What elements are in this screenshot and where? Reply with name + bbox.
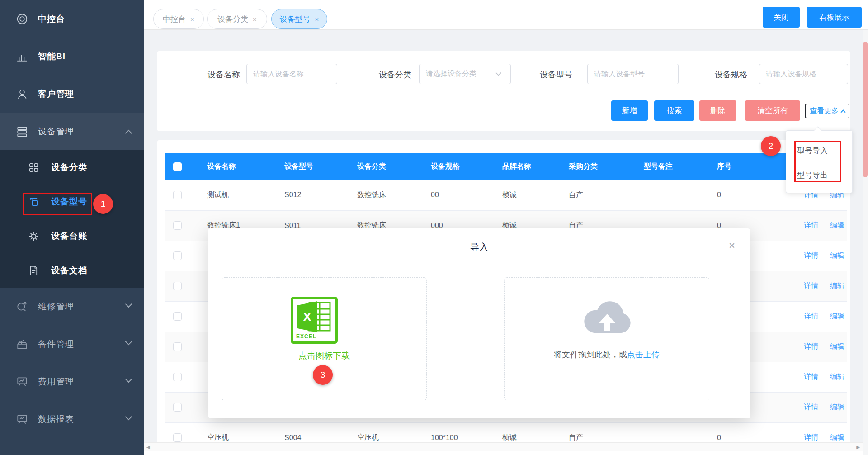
filter-card: 设备名称 设备分类 请选择设备分类 设备型号 设备规格 新增 搜索 删除 清空所… bbox=[157, 51, 850, 131]
search-button[interactable]: 搜索 bbox=[654, 100, 694, 121]
top-bar: 中控台 × 设备分类 × 设备型号 × 关闭 看板展示 bbox=[144, 0, 868, 30]
row-checkbox-cell bbox=[165, 271, 198, 301]
edit-link[interactable]: 编辑 bbox=[830, 342, 844, 350]
presentation-chart-icon bbox=[16, 413, 28, 425]
sidebar-item-customers[interactable]: 客户管理 bbox=[0, 75, 144, 113]
magnifier-gear-icon bbox=[16, 301, 28, 313]
sidebar-item-label: 中控台 bbox=[38, 13, 65, 25]
row-checkbox-cell bbox=[165, 241, 198, 271]
upload-dropzone[interactable]: 将文件拖到此处，或点击上传 bbox=[504, 277, 709, 400]
sidebar-item-equipment-ledger[interactable]: 设备台账 bbox=[0, 219, 144, 253]
detail-link[interactable]: 详情 bbox=[804, 373, 818, 380]
row-checkbox[interactable] bbox=[173, 433, 182, 442]
tab-equipment-category[interactable]: 设备分类 × bbox=[207, 9, 267, 29]
detail-link[interactable]: 详情 bbox=[804, 433, 818, 441]
modal-title: 导入 bbox=[208, 241, 750, 253]
row-checkbox-cell bbox=[165, 180, 198, 210]
edit-link[interactable]: 编辑 bbox=[830, 403, 844, 411]
row-checkbox-cell bbox=[165, 301, 198, 332]
drop-hint-text: 将文件拖到此处，或 bbox=[554, 350, 627, 359]
row-checkbox[interactable] bbox=[173, 191, 182, 199]
row-checkbox[interactable] bbox=[173, 403, 182, 412]
equipment-spec-input[interactable] bbox=[759, 64, 848, 84]
detail-link[interactable]: 详情 bbox=[804, 403, 818, 411]
tab-console[interactable]: 中控台 × bbox=[153, 9, 204, 29]
tab-close-icon[interactable]: × bbox=[190, 15, 194, 23]
table-row: 测试机S012数控铣床00桢诚自产0详情编辑 bbox=[165, 180, 847, 210]
tab-close-icon[interactable]: × bbox=[315, 15, 319, 23]
delete-button[interactable]: 删除 bbox=[699, 100, 736, 121]
sidebar-item-label: 备件管理 bbox=[38, 338, 74, 350]
column-header: 型号备注 bbox=[635, 153, 708, 180]
row-checkbox[interactable] bbox=[173, 251, 182, 260]
row-checkbox[interactable] bbox=[173, 282, 182, 290]
equipment-category-select[interactable]: 请选择设备分类 bbox=[419, 64, 511, 84]
scroll-right-arrow[interactable]: ▶ bbox=[856, 445, 860, 450]
tab-close-icon[interactable]: × bbox=[253, 15, 257, 23]
sidebar-item-expense[interactable]: 费用管理 bbox=[0, 363, 144, 400]
grid-icon bbox=[28, 162, 39, 173]
view-more-link[interactable]: 查看更多 bbox=[805, 104, 849, 118]
select-all-checkbox[interactable] bbox=[173, 162, 182, 171]
menu-item-model-export[interactable]: 型号导出 bbox=[786, 164, 853, 187]
vertical-scrollbar[interactable] bbox=[863, 30, 868, 455]
add-button[interactable]: 新增 bbox=[611, 100, 648, 121]
row-checkbox[interactable] bbox=[173, 221, 182, 230]
sidebar-item-label: 设备文档 bbox=[51, 265, 87, 276]
menu-item-model-import[interactable]: 型号导入 bbox=[786, 140, 853, 162]
import-modal: 导入 × X EXCEL 点击图标下载 将文件拖到此处，或点击上传 bbox=[208, 228, 750, 418]
sidebar-item-equipment-docs[interactable]: 设备文档 bbox=[0, 253, 144, 288]
edit-link[interactable]: 编辑 bbox=[830, 221, 844, 229]
row-checkbox[interactable] bbox=[173, 342, 182, 351]
clear-all-button[interactable]: 清空所有 bbox=[745, 100, 800, 121]
detail-link[interactable]: 详情 bbox=[804, 221, 818, 229]
board-display-button[interactable]: 看板展示 bbox=[807, 7, 862, 28]
edit-link[interactable]: 编辑 bbox=[830, 282, 844, 289]
modal-close-icon[interactable]: × bbox=[729, 240, 735, 251]
sidebar-item-spares[interactable]: 备件管理 bbox=[0, 325, 144, 363]
gear-icon bbox=[28, 231, 39, 242]
cell-remark bbox=[635, 180, 708, 210]
sidebar-item-equipment-category[interactable]: 设备分类 bbox=[0, 150, 144, 185]
sidebar-item-equipment[interactable]: 设备管理 bbox=[0, 113, 144, 150]
detail-link[interactable]: 详情 bbox=[804, 342, 818, 350]
row-checkbox[interactable] bbox=[173, 373, 182, 381]
edit-link[interactable]: 编辑 bbox=[830, 251, 844, 259]
annotation-badge-1: 1 bbox=[93, 194, 113, 214]
excel-download-icon[interactable]: X EXCEL bbox=[291, 297, 338, 344]
row-checkbox-cell bbox=[165, 362, 198, 392]
edit-link[interactable]: 编辑 bbox=[830, 433, 844, 441]
download-hint[interactable]: 点击图标下载 bbox=[222, 350, 426, 362]
horizontal-scrollbar[interactable]: ◀ ▶ bbox=[144, 442, 863, 451]
sidebar-item-equipment-model[interactable]: 设备型号 bbox=[0, 185, 144, 219]
scroll-left-arrow[interactable]: ◀ bbox=[146, 445, 150, 450]
sidebar: 中控台 智能BI 客户管理 设备管理 bbox=[0, 0, 144, 455]
sidebar-item-bi[interactable]: 智能BI bbox=[0, 38, 144, 75]
cell-model: S012 bbox=[276, 180, 349, 210]
detail-link[interactable]: 详情 bbox=[804, 312, 818, 320]
equipment-name-input[interactable] bbox=[246, 64, 337, 84]
cell-purchase: 自产 bbox=[560, 180, 635, 210]
equipment-model-input[interactable] bbox=[587, 64, 679, 84]
tab-label: 中控台 bbox=[163, 14, 186, 24]
vertical-scrollbar-thumb[interactable] bbox=[863, 42, 868, 177]
sidebar-item-label: 设备管理 bbox=[38, 126, 74, 137]
cell-category: 数控铣床 bbox=[349, 180, 422, 210]
sidebar-item-repair[interactable]: 维修管理 bbox=[0, 288, 144, 325]
click-upload-link[interactable]: 点击上传 bbox=[627, 350, 660, 359]
detail-link[interactable]: 详情 bbox=[804, 282, 818, 289]
tab-equipment-model[interactable]: 设备型号 × bbox=[271, 9, 327, 29]
detail-link[interactable]: 详情 bbox=[804, 251, 818, 259]
cell-seq: 0 bbox=[708, 180, 795, 210]
row-checkbox[interactable] bbox=[173, 312, 182, 321]
row-actions-cell: 详情编辑 bbox=[795, 271, 847, 301]
view-more-label: 查看更多 bbox=[810, 106, 839, 116]
chevron-down-icon bbox=[125, 376, 132, 383]
edit-link[interactable]: 编辑 bbox=[830, 373, 844, 380]
close-button[interactable]: 关闭 bbox=[763, 7, 800, 28]
edit-link[interactable]: 编辑 bbox=[830, 312, 844, 320]
sidebar-item-reports[interactable]: 数据报表 bbox=[0, 400, 144, 438]
sidebar-item-console[interactable]: 中控台 bbox=[0, 0, 144, 38]
presentation-chart-icon bbox=[16, 376, 28, 388]
column-header: 序号 bbox=[708, 153, 795, 180]
